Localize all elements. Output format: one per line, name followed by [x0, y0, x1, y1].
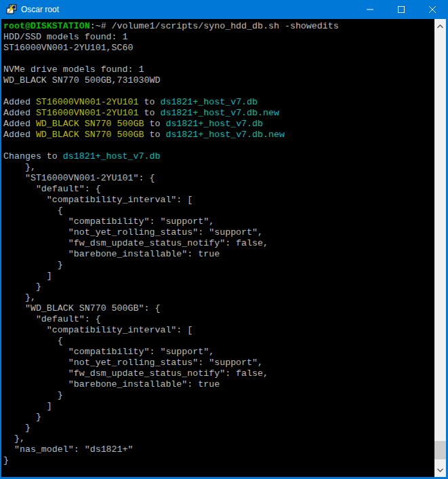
terminal-text-segment: "barebone_installable": true	[3, 379, 220, 389]
terminal-line: },	[3, 434, 434, 444]
terminal-text-segment: "not_yet_rolling_status": "support",	[3, 227, 263, 237]
terminal-text-segment: ST16000VN001-2YU101	[36, 108, 139, 118]
terminal-line: "fw_dsm_update_status_notify": false,	[3, 368, 434, 379]
terminal-line: "fw_dsm_update_status_notify": false,	[3, 238, 434, 249]
terminal-line: "barebone_installable": true	[3, 249, 434, 260]
close-icon	[429, 6, 436, 13]
terminal-line: }	[3, 412, 434, 423]
terminal-text-segment: "barebone_installable": true	[3, 249, 220, 259]
terminal-line: "barebone_installable": true	[3, 379, 434, 390]
terminal-text-segment: Added	[3, 108, 36, 118]
terminal-line: root@DISKSTATION:~# /volume1/scripts/syn…	[3, 21, 434, 32]
terminal-text-segment: }	[3, 260, 63, 270]
terminal-line: }	[3, 260, 434, 271]
terminal-line: Added WD_BLACK SN770 500GB to ds1821+_ho…	[3, 119, 434, 130]
terminal-text-segment: },	[3, 434, 25, 444]
terminal-text-segment: Changes to	[3, 151, 63, 161]
terminal-line: "compatibility_interval": [	[3, 325, 434, 336]
terminal-text-segment: Added	[3, 119, 36, 129]
terminal-text-segment: to	[139, 108, 161, 118]
terminal-text-segment: },	[3, 292, 36, 303]
maximize-icon	[398, 6, 405, 13]
terminal-text-segment: }	[3, 455, 9, 465]
scroll-down-button[interactable]	[434, 464, 446, 476]
minimize-button[interactable]	[354, 0, 386, 19]
terminal-text-segment: "WD_BLACK SN770 500GB": {	[3, 303, 160, 313]
window-title: Oscar root	[21, 0, 59, 19]
terminal-text-segment: "fw_dsm_update_status_notify": false,	[3, 238, 268, 248]
terminal-line: "not_yet_rolling_status": "support",	[3, 227, 434, 238]
terminal-text-segment: WD_BLACK SN770 500GB	[36, 130, 144, 140]
terminal-text-segment: }	[3, 282, 41, 292]
terminal-text-segment: "not_yet_rolling_status": "support",	[3, 358, 263, 368]
terminal-text-segment: ds1821+_host_v7.db.new	[165, 130, 285, 140]
terminal-text-segment: "fw_dsm_update_status_notify": false,	[3, 368, 268, 379]
terminal-line: },	[3, 292, 434, 303]
terminal-line: "compatibility_interval": [	[3, 195, 434, 206]
terminal-line	[3, 86, 434, 97]
terminal-text-segment: "default": {	[3, 314, 101, 324]
terminal-text-segment: "default": {	[3, 184, 101, 194]
terminal-text-segment: "ST16000VN001-2YU101": {	[3, 173, 155, 183]
terminal-text-segment: {	[3, 206, 63, 216]
terminal-text-segment: }	[3, 412, 41, 422]
terminal-text-segment: to	[144, 130, 165, 140]
terminal-line: NVMe drive models found: 1	[3, 64, 434, 75]
terminal-text-segment: },	[3, 162, 36, 172]
terminal-line: {	[3, 336, 434, 347]
terminal-text-segment: "nas_model": "ds1821+"	[3, 444, 134, 455]
terminal-line: ST16000VN001-2YU101,SC60	[3, 43, 434, 54]
terminal-text-segment: :~# /volume1/scripts/syno_hdd_db.sh -sho…	[90, 21, 339, 31]
titlebar[interactable]: Oscar root	[0, 0, 448, 19]
terminal-text-segment: }	[3, 423, 30, 433]
terminal-text-segment: WD_BLACK SN770 500GB,731030WD	[3, 75, 160, 85]
terminal-line: "not_yet_rolling_status": "support",	[3, 358, 434, 368]
terminal-line: ]	[3, 271, 434, 282]
terminal-line: "default": {	[3, 184, 434, 195]
terminal-text-segment: ds1821+_host_v7.db	[165, 119, 263, 129]
terminal-line: Added ST16000VN001-2YU101 to ds1821+_hos…	[3, 108, 434, 119]
close-button[interactable]	[417, 0, 448, 19]
terminal-line	[3, 140, 434, 151]
terminal-line: WD_BLACK SN770 500GB,731030WD	[3, 75, 434, 86]
terminal-line: ]	[3, 401, 434, 412]
terminal-line: },	[3, 162, 434, 173]
terminal-line: Added WD_BLACK SN770 500GB to ds1821+_ho…	[3, 130, 434, 140]
terminal-text-segment: "compatibility_interval": [	[3, 195, 192, 205]
terminal-text-segment: NVMe drive models found: 1	[3, 64, 144, 75]
terminal-line: Added ST16000VN001-2YU101 to ds1821+_hos…	[3, 97, 434, 108]
terminal[interactable]: root@DISKSTATION:~# /volume1/scripts/syn…	[1, 19, 434, 477]
terminal-line: "compatibility": "support",	[3, 347, 434, 358]
terminal-line: "compatibility": "support",	[3, 216, 434, 227]
terminal-text-segment: Added	[3, 97, 36, 107]
terminal-line: {	[3, 206, 434, 216]
terminal-text-segment: }	[3, 390, 63, 400]
scroll-up-button[interactable]	[434, 20, 446, 32]
terminal-text-segment: ds1821+_host_v7.db.new	[160, 108, 279, 118]
terminal-line	[3, 54, 434, 64]
terminal-text-segment: WD_BLACK SN770 500GB	[36, 119, 144, 129]
terminal-line: HDD/SSD models found: 1	[3, 32, 434, 43]
terminal-text-segment: ST16000VN001-2YU101,SC60	[3, 43, 134, 53]
terminal-text-segment: ST16000VN001-2YU101	[36, 97, 139, 107]
terminal-text-segment: {	[3, 336, 63, 346]
terminal-line: }	[3, 390, 434, 401]
terminal-line: "ST16000VN001-2YU101": {	[3, 173, 434, 184]
scrollbar-thumb[interactable]	[434, 441, 446, 459]
terminal-text-segment: "compatibility": "support",	[3, 347, 214, 357]
putty-app-icon	[6, 4, 17, 15]
terminal-text-segment: "compatibility_interval": [	[3, 325, 192, 335]
terminal-line: "default": {	[3, 314, 434, 325]
terminal-text-segment: ]	[3, 271, 52, 281]
maximize-button[interactable]	[386, 0, 417, 19]
scrollbar[interactable]	[434, 19, 446, 477]
terminal-text-segment: ds1821+_host_v7.db	[63, 151, 161, 161]
terminal-text-segment: root@DISKSTATION	[3, 21, 90, 31]
terminal-text-segment: "compatibility": "support",	[3, 216, 214, 227]
putty-window: Oscar root root@DISKSTATION:~# /volume1/…	[0, 0, 448, 479]
terminal-text-segment: HDD/SSD models found: 1	[3, 32, 128, 42]
terminal-text-segment: Added	[3, 130, 36, 140]
chevron-up-icon	[437, 24, 443, 28]
terminal-line: }	[3, 455, 434, 466]
terminal-line: }	[3, 282, 434, 292]
